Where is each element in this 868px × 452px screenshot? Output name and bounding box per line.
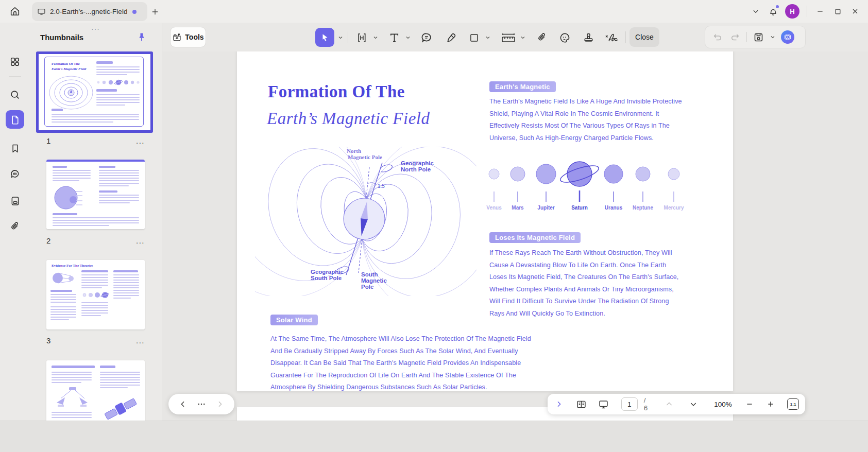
save-icon: [753, 32, 764, 43]
undo-button[interactable]: [711, 31, 724, 43]
collapse-bar-button[interactable]: [554, 398, 565, 410]
page-thumbnail-1[interactable]: Formation Of The Earth's Magnetic Field: [36, 51, 153, 133]
preview-planets: [96, 79, 141, 86]
sidebar-item-dashboard[interactable]: [6, 53, 24, 71]
heading-icon: [356, 32, 368, 44]
page-menu-button[interactable]: ...: [136, 136, 145, 145]
sidebar-item-fields[interactable]: [6, 192, 24, 210]
heading-tool-dropdown[interactable]: [372, 34, 379, 41]
zoom-in-button[interactable]: [765, 398, 776, 410]
pushpin-icon: [137, 32, 147, 42]
tools-button[interactable]: Tools: [170, 27, 206, 47]
highlighter-tool-button[interactable]: [444, 31, 457, 44]
new-tab-button[interactable]: [148, 5, 162, 19]
minus-icon: [745, 400, 754, 408]
page-menu-button[interactable]: ...: [136, 336, 145, 345]
presentation-mode-button[interactable]: [598, 398, 609, 410]
page-thumbnail-3[interactable]: Evidence For The Theories: [46, 260, 145, 329]
sidebar-item-comments[interactable]: [6, 165, 24, 183]
page-number: 1: [46, 136, 50, 145]
page-number-input[interactable]: [621, 397, 638, 411]
preview-planets: [81, 291, 109, 299]
redo-button[interactable]: [729, 31, 741, 43]
north-magnetic-pole-label: North: [347, 148, 361, 154]
minimize-button[interactable]: [811, 3, 829, 20]
shape-tool-dropdown[interactable]: [485, 34, 491, 41]
select-tool-button[interactable]: [315, 28, 334, 47]
text-tool-button[interactable]: [387, 31, 401, 44]
window-controls: H: [747, 0, 868, 23]
bookmark-icon: [10, 143, 21, 154]
document-tab[interactable]: 2.0-Earth's-...gnetic-Field: [32, 2, 147, 21]
chevron-up-icon: [665, 400, 673, 408]
page-thumbnail-4[interactable]: [46, 360, 145, 421]
page-menu-button[interactable]: ...: [136, 236, 145, 245]
plus-icon: [767, 400, 775, 408]
section-paragraph: At The Same Time, The Atmosphere Will Al…: [270, 333, 542, 394]
ai-assistant-button[interactable]: [781, 30, 794, 44]
close-editing-button[interactable]: Close: [629, 27, 659, 47]
sticker-smiley-icon: [559, 32, 571, 44]
sidebar-item-bookmarks[interactable]: [6, 139, 24, 158]
sidebar-item-attachments[interactable]: [6, 217, 24, 236]
application-window: 2.0-Earth's-...gnetic-Field H: [0, 0, 868, 452]
sidebar-item-search[interactable]: [6, 85, 24, 104]
fit-actual-size-button[interactable]: 1:1: [787, 398, 799, 410]
home-button[interactable]: [7, 3, 23, 20]
left-sidebar: [0, 23, 30, 421]
save-dropdown[interactable]: [770, 34, 776, 40]
home-icon: [9, 6, 21, 17]
page-layout-button[interactable]: [576, 398, 587, 410]
shape-tool-button[interactable]: [467, 31, 481, 44]
signature-tool-button[interactable]: [604, 31, 622, 44]
select-tool-dropdown[interactable]: [337, 34, 344, 41]
marker-pen-icon: [445, 32, 457, 44]
magnetic-field-diagram: 1.5 North Magnetic Pole Geographic North…: [255, 147, 476, 296]
divider: [807, 6, 807, 17]
measure-tool-dropdown[interactable]: [520, 34, 526, 41]
avatar[interactable]: H: [785, 4, 799, 19]
document-canvas[interactable]: Formation Of The Earth’s Magnetic Field: [162, 51, 868, 421]
preview-antennas: [53, 386, 92, 408]
notification-dot-icon: [776, 5, 779, 8]
notifications-button[interactable]: [764, 3, 782, 20]
thumbnail-label-row: 1 ...: [46, 135, 145, 146]
stamp-tool-button[interactable]: [582, 31, 595, 44]
previous-page-button[interactable]: [664, 398, 675, 410]
app-menu-button[interactable]: [747, 3, 764, 20]
pin-panel-button[interactable]: [135, 30, 148, 44]
text-tool-dropdown[interactable]: [405, 34, 411, 41]
planet-label: Saturn: [571, 205, 588, 211]
preview-network: [50, 270, 76, 288]
panel-drag-handle[interactable]: ...: [86, 24, 106, 31]
preview-header-bar: [46, 160, 145, 162]
pdf-page-1[interactable]: Formation Of The Earth’s Magnetic Field: [237, 51, 733, 391]
preview-badge: [52, 109, 63, 111]
close-window-button[interactable]: [846, 3, 864, 20]
svg-text:Magnetic: Magnetic: [361, 277, 387, 284]
forward-button[interactable]: [214, 398, 226, 410]
sticker-tool-button[interactable]: [558, 31, 571, 44]
preview-diagram: [47, 74, 95, 111]
zoom-out-button[interactable]: [744, 398, 755, 410]
page-thumbnail-2[interactable]: [46, 160, 145, 229]
comment-bubble-icon: [420, 31, 433, 44]
comment-icon: [9, 168, 21, 180]
geographic-north-pole-label: Geographic: [401, 160, 434, 166]
monitor-icon: [37, 7, 46, 16]
attach-tool-button[interactable]: [535, 31, 549, 44]
measure-tool-button[interactable]: [500, 31, 517, 44]
save-button[interactable]: [752, 31, 764, 43]
back-button[interactable]: [177, 398, 189, 410]
sidebar-item-thumbnails[interactable]: [6, 110, 24, 129]
next-page-button[interactable]: [688, 398, 699, 410]
section-badge: Loses Its Magnetic Field: [489, 232, 581, 243]
heading-tool-button[interactable]: [355, 31, 368, 44]
thumbnail-label-row: 3 ...: [46, 335, 145, 346]
maximize-button[interactable]: [829, 3, 846, 20]
redo-icon: [730, 32, 740, 42]
comment-tool-button[interactable]: [420, 31, 433, 44]
thumbnail-label-row: 2 ...: [46, 235, 145, 246]
zoom-level-label[interactable]: 100%: [714, 401, 732, 408]
more-button[interactable]: [195, 398, 208, 410]
